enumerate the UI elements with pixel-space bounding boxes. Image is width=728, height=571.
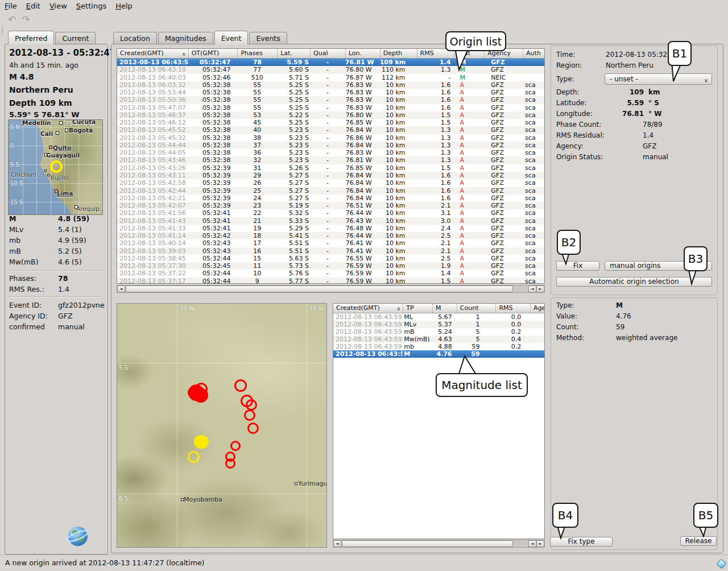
origin-table-row[interactable]: 2012-08-13 05:42:58 05:32:39 26 5.27 S -… [117,179,544,187]
origin-table-row[interactable]: 2012-08-13 05:43:26 05:32:39 31 5.26 S -… [117,164,544,172]
origin-table-row[interactable]: 2012-08-13 05:41:56 05:32:41 22 5.32 S -… [117,209,544,217]
origin-table-row[interactable]: 2012-08-13 05:41:43 05:32:41 21 5.33 S -… [117,217,544,225]
forward-icon[interactable]: ↷ [22,14,30,25]
column-header[interactable]: Age [530,304,544,313]
origin-type-dropdown[interactable]: - unset - ∨ [605,73,712,85]
magnitude-table-row[interactable]: 2012-08-13 06:43:59 mb 4.88 59 0.2 [333,343,544,350]
tab[interactable]: Events [249,32,287,44]
scrollbar-thumb[interactable] [342,540,513,547]
fix-button[interactable]: Fix [556,261,599,271]
cell-agency: GFZ [484,179,523,187]
release-button[interactable]: Release [680,536,717,546]
origin-table-row[interactable]: 2012-08-13 06:43:10 05:32:47 77 5.60 S -… [117,66,544,73]
menu-item[interactable]: View [45,1,72,11]
column-header[interactable]: RMS [495,304,530,313]
scrollbar-thumb[interactable] [126,286,513,292]
cell-phases: 53 [237,111,277,119]
origin-table-row[interactable]: 2012-08-13 05:40:14 05:32:43 17 5.51 S -… [117,239,544,247]
cell-stat: A [454,111,484,119]
column-header[interactable]: OT(GMT) [188,49,238,58]
magnitude-table-row[interactable]: 2012-08-13 06:43:59 ML 5.67 1 0.0 [333,313,544,321]
origin-table-row[interactable]: 2012-08-13 05:42:44 05:32:39 25 5.27 S -… [117,187,544,195]
column-header[interactable]: Phases [237,49,277,58]
origin-table-row[interactable]: 2012-08-13 06:43:53 05:32:47 78 5.59 S -… [117,59,544,66]
magnitude-list-table[interactable]: Created(GMT)∧TPMCountRMSAge 2012-08-13 0… [333,303,545,539]
origin-table-row[interactable]: 2012-08-13 05:37:17 05:32:44 9 5.77 S - … [117,278,544,284]
menu-item[interactable]: Settings [72,1,111,11]
menu-item[interactable]: Help [111,1,137,11]
scroll-left-icon[interactable]: ◄ [528,286,536,292]
b3-callout: B3 [684,246,708,271]
menu-item[interactable]: File [0,1,22,11]
cell-ot: 05:32:38 [188,134,238,142]
tab[interactable]: Location [113,32,157,44]
fix-type-button[interactable]: Fix type [550,537,613,547]
origin-table-row[interactable]: 2012-08-13 05:46:12 05:32:38 45 5.25 S -… [117,119,544,126]
location-map[interactable]: 77 W76 W 5 S6 S YurimaguaMoyobamba [117,303,327,548]
origin-table-row[interactable]: 2012-08-13 05:38:45 05:32:44 15 5.63 S -… [117,255,544,262]
origin-table-row[interactable]: 2012-08-13 05:42:07 05:32:39 23 5.19 S -… [117,202,544,209]
epicenter-marker [50,160,63,173]
origin-table-row[interactable]: 2012-08-13 05:41:33 05:32:41 19 5.29 S -… [117,225,544,232]
scroll-left-icon[interactable]: ◄ [117,286,125,292]
cell-rms: 1.3 [417,142,454,149]
column-header[interactable]: Lat. [277,49,310,58]
origin-table-row[interactable]: 2012-08-13 05:44:05 05:32:38 36 5.23 S -… [117,149,544,156]
origin-table-row[interactable]: 2012-08-13 05:42:21 05:32:39 24 5.27 S -… [117,195,544,202]
magnitude-table-row[interactable]: 2012-08-13 06:43:59 MLv 5.37 1 0.0 [333,321,544,328]
cell-auth: sca [523,247,544,255]
origin-table-row[interactable]: 2012-08-13 05:43:46 05:32:38 32 5.23 S -… [117,156,544,164]
tab[interactable]: Preferred [8,31,54,44]
origin-table-row[interactable]: 2012-08-13 05:44:44 05:32:38 37 5.23 S -… [117,142,544,149]
scroll-left-icon[interactable]: ◄ [333,540,341,547]
tab[interactable]: Event [214,31,249,44]
origin-table-row[interactable]: 2012-08-13 05:53:44 05:32:38 55 5.25 S -… [117,89,544,96]
cell-auth: sca [523,119,544,126]
column-header[interactable]: Lon. [345,49,380,58]
cell-rms: 1.4 [417,270,454,277]
scroll-right-icon[interactable]: ► [536,286,544,292]
origin-table-row[interactable]: 2012-08-13 05:45:32 05:32:38 38 5.23 S -… [117,134,544,142]
menu-item[interactable]: Edit [22,1,45,11]
column-header[interactable]: Depth [380,49,417,58]
origin-table-row[interactable]: 2012-08-13 05:43:11 05:32:39 29 5.27 S -… [117,172,544,179]
origin-table-row[interactable]: 2012-08-13 06:40:03 05:32:46 510 5.71 S … [117,74,544,81]
origin-table-row[interactable]: 2012-08-13 05:45:52 05:32:38 40 5.23 S -… [117,126,544,134]
column-header[interactable]: TP [403,304,432,313]
tab[interactable]: Current [55,32,96,44]
origin-table-hscrollbar[interactable]: ◄ ◄ ► [117,285,545,293]
origin-table-row[interactable]: 2012-08-13 05:50:36 05:32:38 55 5.25 S -… [117,96,544,104]
city-label: Lima [57,190,73,197]
origin-table-row[interactable]: 2012-08-13 05:37:22 05:32:44 10 5.76 S -… [117,270,544,277]
magnitude-table-row[interactable]: 2012-08-13 06:43:59 Mw(mB) 4.63 5 0.4 [333,336,544,343]
origin-table-row[interactable]: 2012-08-13 05:39:03 05:32:43 16 5.51 S -… [117,247,544,255]
origin-table-row[interactable]: 2012-08-13 06:03:32 05:32:38 55 5.25 S -… [117,81,544,89]
origin-table-row[interactable]: 2012-08-13 05:47:07 05:32:38 55 5.25 S -… [117,104,544,111]
globe-icon[interactable] [68,527,88,546]
magnitude-table-hscrollbar[interactable]: ◄ ◄ ► [333,540,545,548]
origin-table-row[interactable]: 2012-08-13 05:41:14 05:32:42 18 5.41 S -… [117,232,544,239]
column-header[interactable]: M [432,304,457,313]
magnitude-table-row[interactable]: 2012-08-13 06:43:59 M 4.76 59 [333,350,544,358]
city-label: Bogotá [69,127,93,134]
back-icon[interactable]: ↶ [8,14,16,25]
origin-table-row[interactable]: 2012-08-13 05:46:37 05:32:38 53 5.22 S -… [117,111,544,119]
origin-region-row: Region:Northern Peru [556,61,653,69]
origin-list-table[interactable]: Created(GMT)∧OT(GMT)PhasesLat.QualLon.De… [117,48,545,284]
column-header[interactable]: Created(GMT)∧ [117,49,188,58]
column-header[interactable]: Auth [523,49,544,58]
origin-table-row[interactable]: 2012-08-13 05:37:30 05:32:45 11 5.73 S -… [117,262,544,270]
scroll-left-icon[interactable]: ◄ [528,540,536,547]
toolbar-grip[interactable] [1,26,4,36]
column-header[interactable]: Count [457,304,496,313]
automatic-origin-selection-button[interactable]: Automatic origin selection [556,277,712,287]
magnitude-table-row[interactable]: 2012-08-13 06:43:59 mB 5.24 5 0.2 [333,328,544,336]
event-datetime: 2012-08-13 - 05:32:47 [9,48,115,58]
column-header[interactable]: Created(GMT)∧ [333,304,403,313]
magnitude-type: Mw(mB) [9,258,58,268]
grid-line [117,494,326,494]
scroll-right-icon[interactable]: ► [536,540,544,547]
overview-map[interactable]: 5 N05 S10 S15 S 85 W75 W70 W CúcutaMedel… [8,119,103,215]
tab[interactable]: Magnitudes [158,32,213,44]
column-header[interactable]: Qual [310,49,345,58]
